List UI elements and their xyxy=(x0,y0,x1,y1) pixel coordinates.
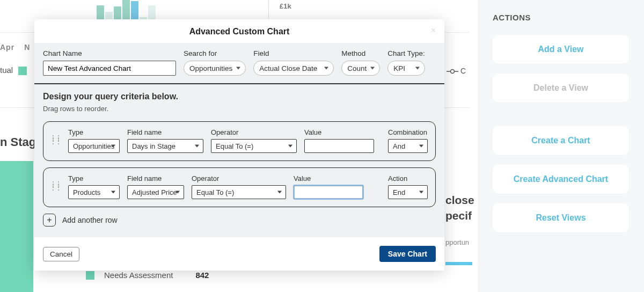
bg-bar-chart xyxy=(97,0,204,19)
row-action-select[interactable]: End xyxy=(388,185,428,199)
create-chart-button[interactable]: Create a Chart xyxy=(493,126,629,155)
create-advanced-chart-button[interactable]: Create Advanced Chart xyxy=(493,165,629,194)
add-view-button[interactable]: Add a View xyxy=(493,35,629,64)
modal-config-row: Chart Name Search for Opportunities Fiel… xyxy=(34,43,444,84)
field-select[interactable]: Actual Close Date xyxy=(253,61,334,76)
row-value-input[interactable] xyxy=(294,185,363,199)
bg-needs-legend: Needs Assessment 842 xyxy=(86,271,209,280)
bg-legend-marker: C xyxy=(447,67,466,75)
bg-kpi-title: closepecif xyxy=(445,192,474,224)
save-chart-button[interactable]: Save Chart xyxy=(379,246,436,262)
method-label: Method xyxy=(341,49,380,57)
design-title: Design your query criteria below. xyxy=(43,92,436,101)
modal-header: Advanced Custom Chart × xyxy=(34,19,444,43)
delete-view-button[interactable]: Delete a View xyxy=(493,74,629,103)
row-type-select[interactable]: Opportunities xyxy=(68,139,120,153)
search-for-select[interactable]: Opportunities xyxy=(184,61,246,76)
row-combination-select[interactable]: And xyxy=(388,139,428,153)
method-select[interactable]: Count xyxy=(341,61,380,76)
actions-heading: ACTIONS xyxy=(493,13,629,22)
modal-footer: Cancel Save Chart xyxy=(34,237,444,271)
advanced-chart-modal: Advanced Custom Chart × Chart Name Searc… xyxy=(34,19,444,271)
bg-block xyxy=(0,161,33,292)
chart-name-label: Chart Name xyxy=(43,49,176,57)
field-label: Field xyxy=(253,49,334,57)
add-row-button[interactable]: + Add another row xyxy=(43,214,436,227)
modal-body: Design your query criteria below. Drag r… xyxy=(34,84,444,237)
row-operator-select[interactable]: Equal To (=) xyxy=(192,185,286,199)
actions-panel: ACTIONS Add a View Delete a View Create … xyxy=(478,0,644,292)
row-field-select[interactable]: Days in Stage xyxy=(127,139,203,153)
row-field-select[interactable]: Adjusted Price xyxy=(127,185,184,199)
criteria-row: ⋮⋮⋮⋮ Type Opportunities Field name Days … xyxy=(43,121,436,161)
bg-kpi-sub: pportun xyxy=(445,238,469,246)
cancel-button[interactable]: Cancel xyxy=(43,247,79,261)
reset-views-button[interactable]: Reset Views xyxy=(493,203,629,232)
bg-amount: £1k xyxy=(280,2,291,10)
svg-point-1 xyxy=(451,70,455,74)
search-for-label: Search for xyxy=(184,49,246,57)
plus-icon: + xyxy=(43,214,56,227)
drag-handle-icon[interactable]: ⋮⋮⋮⋮ xyxy=(50,136,61,145)
row-type-select[interactable]: Products xyxy=(68,185,120,199)
close-icon[interactable]: × xyxy=(431,26,436,35)
criteria-row: ⋮⋮⋮⋮ Type Products Field name Adjusted P… xyxy=(43,167,436,207)
drag-handle-icon[interactable]: ⋮⋮⋮⋮ xyxy=(50,182,61,191)
design-subtitle: Drag rows to reorder. xyxy=(43,105,436,113)
chart-name-input[interactable] xyxy=(43,61,176,76)
bg-blue-underline xyxy=(445,262,472,265)
row-value-input[interactable] xyxy=(304,139,374,153)
chart-type-label: Chart Type: xyxy=(387,49,425,57)
bg-heading-stage: n Stag xyxy=(0,135,36,149)
modal-title: Advanced Custom Chart xyxy=(189,27,290,36)
chart-type-select[interactable]: KPI xyxy=(387,61,425,76)
row-operator-select[interactable]: Equal To (=) xyxy=(211,139,297,153)
bg-legend-actual: tual xyxy=(0,65,32,75)
